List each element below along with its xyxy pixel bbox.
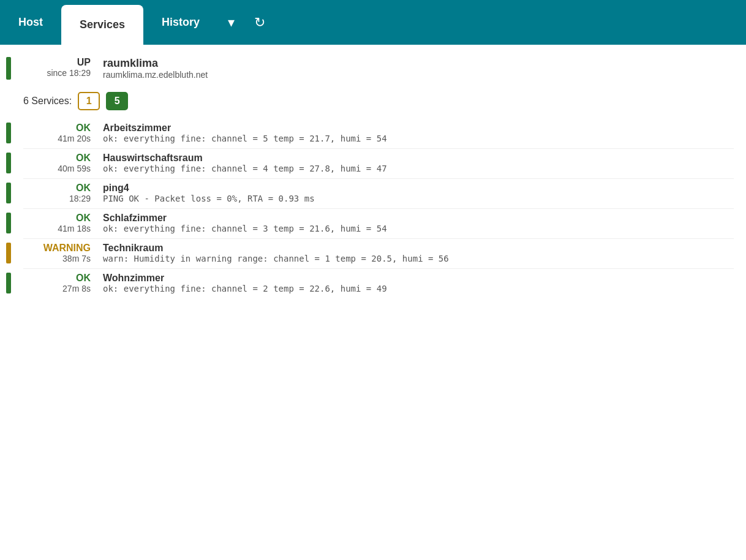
services-count-label: 6 Services: — [23, 96, 72, 107]
service-status-info: OK 41m 18s — [23, 213, 103, 233]
host-status-block: UP since 18:29 raumklima raumklima.mz.ed… — [6, 57, 734, 80]
list-item: OK 41m 18s Schlafzimmer ok: everything f… — [6, 213, 734, 233]
service-status-info: OK 27m 8s — [23, 273, 103, 293]
main-content: UP since 18:29 raumklima raumklima.mz.ed… — [0, 45, 746, 311]
service-time: 40m 59s — [23, 164, 91, 173]
service-divider — [23, 178, 734, 179]
services-list: OK 41m 20s Arbeitszimmer ok: everything … — [6, 123, 734, 293]
tab-services[interactable]: Services — [61, 5, 143, 45]
list-item: OK 41m 20s Arbeitszimmer ok: everything … — [6, 123, 734, 143]
service-time: 38m 7s — [23, 254, 91, 263]
service-detail: Technikraum warn: Humidity in warning ra… — [103, 243, 449, 263]
service-status-bar — [6, 123, 11, 143]
service-divider — [23, 238, 734, 239]
service-detail: Arbeitszimmer ok: everything fine: chann… — [103, 123, 387, 143]
service-status-label: OK — [23, 183, 91, 194]
service-status-bar — [6, 183, 11, 203]
service-description: PING OK - Packet loss = 0%, RTA = 0.93 m… — [103, 194, 315, 203]
tab-host[interactable]: Host — [0, 0, 61, 45]
service-detail: Wohnzimmer ok: everything fine: channel … — [103, 273, 387, 293]
host-tab-label: Host — [18, 16, 43, 29]
service-time: 18:29 — [23, 194, 91, 203]
service-status-bar — [6, 153, 11, 173]
host-status-bar — [6, 57, 11, 80]
service-detail: Schlafzimmer ok: everything fine: channe… — [103, 213, 387, 233]
warning-count-badge[interactable]: 1 — [78, 92, 100, 110]
service-time: 41m 18s — [23, 224, 91, 233]
service-description: ok: everything fine: channel = 2 temp = … — [103, 284, 387, 293]
service-name: Wohnzimmer — [103, 273, 387, 284]
host-name: raumklima — [103, 57, 208, 70]
ok-count-badge[interactable]: 5 — [106, 92, 128, 110]
service-status-label: OK — [23, 213, 91, 224]
service-status-info: OK 41m 20s — [23, 123, 103, 143]
service-status-bar — [6, 273, 11, 293]
host-status-label: UP — [23, 57, 91, 68]
service-divider — [23, 268, 734, 269]
services-tab-label: Services — [80, 18, 125, 31]
service-time: 27m 8s — [23, 284, 91, 293]
service-time: 41m 20s — [23, 134, 91, 143]
service-name: Technikraum — [103, 243, 449, 254]
service-name: Hauswirtschaftsraum — [103, 153, 387, 164]
service-status-label: WARNING — [23, 243, 91, 254]
chevron-down-icon[interactable]: ▾ — [218, 0, 244, 45]
service-description: warn: Humidity in warning range: channel… — [103, 254, 449, 263]
list-item: OK 40m 59s Hauswirtschaftsraum ok: every… — [6, 153, 734, 173]
service-status-info: WARNING 38m 7s — [23, 243, 103, 263]
service-description: ok: everything fine: channel = 4 temp = … — [103, 164, 387, 173]
services-count-row: 6 Services: 1 5 — [23, 92, 734, 110]
service-status-label: OK — [23, 123, 91, 134]
service-divider — [23, 208, 734, 209]
host-since-time: since 18:29 — [23, 68, 91, 78]
tab-history[interactable]: History — [143, 0, 218, 45]
refresh-icon[interactable]: ↻ — [244, 0, 275, 45]
service-description: ok: everything fine: channel = 5 temp = … — [103, 134, 387, 143]
service-status-label: OK — [23, 273, 91, 284]
top-navigation: Host Services History ▾ ↻ — [0, 0, 746, 45]
service-name: ping4 — [103, 183, 315, 194]
list-item: OK 27m 8s Wohnzimmer ok: everything fine… — [6, 273, 734, 293]
service-description: ok: everything fine: channel = 3 temp = … — [103, 224, 387, 233]
service-status-bar — [6, 213, 11, 233]
host-detail: raumklima raumklima.mz.edelbluth.net — [103, 57, 208, 80]
list-item: WARNING 38m 7s Technikraum warn: Humidit… — [6, 243, 734, 263]
service-status-info: OK 40m 59s — [23, 153, 103, 173]
service-name: Schlafzimmer — [103, 213, 387, 224]
service-detail: ping4 PING OK - Packet loss = 0%, RTA = … — [103, 183, 315, 203]
list-item: OK 18:29 ping4 PING OK - Packet loss = 0… — [6, 183, 734, 203]
service-status-bar — [6, 243, 11, 263]
history-tab-label: History — [162, 16, 200, 29]
host-status-info: UP since 18:29 — [23, 57, 103, 78]
host-fqdn: raumklima.mz.edelbluth.net — [103, 70, 208, 80]
service-status-label: OK — [23, 153, 91, 164]
service-detail: Hauswirtschaftsraum ok: everything fine:… — [103, 153, 387, 173]
service-divider — [23, 148, 734, 149]
service-name: Arbeitszimmer — [103, 123, 387, 134]
service-status-info: OK 18:29 — [23, 183, 103, 203]
